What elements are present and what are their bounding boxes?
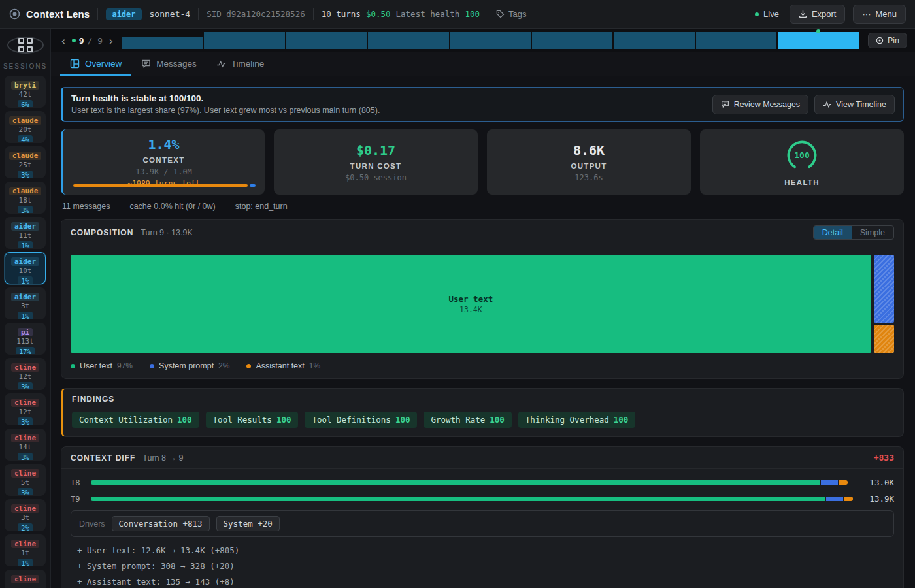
diff-row-value: 13.0K <box>860 478 894 487</box>
context-diff-delta: +833 <box>874 453 894 463</box>
next-turn-button[interactable]: › <box>107 35 116 46</box>
health-stat-card: 100 HEALTH <box>700 129 904 195</box>
tab-messages-label: Messages <box>156 59 197 69</box>
session-card[interactable]: cline 5t 3% <box>5 464 46 496</box>
session-pct-badge: 1% <box>18 559 33 566</box>
menu-button[interactable]: ··· Menu <box>853 5 906 24</box>
tab-overview[interactable]: Overview <box>60 52 131 76</box>
cache-stats: cache 0.0% hit (0r / 0w) <box>129 202 215 211</box>
finding-label: Context Utilization <box>79 415 173 425</box>
session-agent-name: cline <box>11 504 39 513</box>
composition-title: COMPOSITION <box>71 228 133 237</box>
export-button[interactable]: Export <box>790 5 846 24</box>
alert-description: User text is the largest share (97%). Us… <box>71 106 380 115</box>
treemap-system-prompt-cell[interactable] <box>874 255 894 323</box>
context-detail: 13.9K / 1.0M <box>135 167 192 176</box>
finding-badge[interactable]: Growth Rate100 <box>424 412 511 428</box>
finding-score: 100 <box>614 415 629 425</box>
context-pct-value: 1.4% <box>148 137 179 152</box>
turn-segment[interactable] <box>204 32 284 49</box>
diff-seg-user <box>91 480 820 485</box>
session-agent-name: cline <box>11 399 39 407</box>
finding-label: Thinking Overhead <box>525 415 609 425</box>
driver-chip[interactable]: System +20 <box>216 516 280 531</box>
diff-lines: + User text: 12.6K → 13.4K (+805) + Syst… <box>71 546 894 587</box>
turn-segment[interactable] <box>286 32 367 49</box>
app-title: Context Lens <box>26 8 90 20</box>
session-agent-name: claude <box>9 152 42 160</box>
session-id: SID d92a120c21528526 <box>207 9 305 19</box>
sessions-grid-icon[interactable] <box>7 37 44 54</box>
diff-seg-assistant <box>844 497 853 501</box>
health-gauge-value: 100 <box>794 150 810 160</box>
tab-timeline[interactable]: Timeline <box>207 52 274 76</box>
session-card[interactable]: bryti 42t 6% <box>5 76 46 108</box>
session-agent-name: aider <box>11 293 39 301</box>
finding-label: Tool Results <box>213 415 272 425</box>
tags-control[interactable]: Tags <box>496 9 526 19</box>
diff-line: + Assistant text: 135 → 143 (+8) <box>77 577 894 587</box>
finding-label: Growth Rate <box>431 415 485 425</box>
tag-icon <box>496 10 505 18</box>
output-label: OUTPUT <box>571 162 607 170</box>
session-card[interactable]: aider 10t 1% <box>5 252 46 284</box>
prev-turn-button[interactable]: ‹ <box>59 35 68 46</box>
driver-chip[interactable]: Conversation +813 <box>112 516 210 531</box>
session-card[interactable]: cline 12t 3% <box>5 358 46 390</box>
turn-segment[interactable] <box>696 32 776 49</box>
finding-badge[interactable]: Context Utilization100 <box>72 412 199 428</box>
turn-segment[interactable] <box>368 32 448 49</box>
review-messages-button[interactable]: Review Messages <box>712 95 808 114</box>
session-card[interactable]: cline <box>5 570 46 588</box>
session-turn-count: 20t <box>5 125 45 134</box>
session-card[interactable]: cline 12t 3% <box>5 393 46 425</box>
session-card[interactable]: claude 20t 4% <box>5 111 46 143</box>
findings-title: FINDINGS <box>72 395 114 404</box>
live-status: Live <box>755 9 779 19</box>
session-card[interactable]: claude 18t 3% <box>5 182 46 214</box>
turn-segment[interactable] <box>122 37 203 49</box>
session-agent-name: aider <box>11 257 39 266</box>
toggle-detail[interactable]: Detail <box>814 226 852 239</box>
session-card[interactable]: cline 3t 2% <box>5 499 46 531</box>
turn-segment[interactable] <box>532 32 612 49</box>
alert-title: Turn health is stable at 100/100. <box>71 93 380 103</box>
agent-badge: aider <box>106 8 141 20</box>
session-card[interactable]: claude 25t 3% <box>5 146 46 178</box>
session-agent-name: claude <box>9 116 42 125</box>
treemap-user-text-cell[interactable]: User text 13.4K <box>71 255 871 353</box>
session-card[interactable]: cline 1t 1% <box>5 534 46 566</box>
diff-seg-user <box>91 497 825 501</box>
finding-badge[interactable]: Tool Results100 <box>206 412 299 428</box>
legend-label: Assistant text <box>256 361 304 370</box>
overview-content: Turn health is stable at 100/100. User t… <box>51 76 915 588</box>
toggle-simple[interactable]: Simple <box>852 226 893 239</box>
view-tabs: Overview Messages Timeline <box>51 52 915 76</box>
session-agent-name: cline <box>11 363 39 372</box>
session-card[interactable]: pi 113t 17% <box>5 323 46 355</box>
session-list: bryti 42t 6% claude 20t 4% claude 25t 3% <box>0 76 50 588</box>
session-card[interactable]: cline 14t 3% <box>5 429 46 461</box>
pin-button[interactable]: Pin <box>868 33 907 48</box>
finding-badge[interactable]: Tool Definitions100 <box>305 412 417 428</box>
diff-line: + System prompt: 308 → 328 (+20) <box>77 561 894 571</box>
session-agent-name: claude <box>9 187 42 195</box>
turn-health-dot-icon <box>72 39 76 42</box>
tab-messages[interactable]: Messages <box>131 52 207 76</box>
session-card[interactable]: aider 3t 1% <box>5 287 46 319</box>
context-diff-title: CONTEXT DIFF <box>71 453 135 463</box>
turn-segment[interactable] <box>450 32 531 49</box>
download-icon <box>799 10 807 18</box>
diff-bar-t8 <box>91 480 853 485</box>
turn-segment[interactable] <box>778 32 858 49</box>
diff-row-value: 13.9K <box>860 494 894 504</box>
session-card[interactable]: aider 11t 1% <box>5 217 46 249</box>
timeline-icon <box>216 59 226 69</box>
health-gauge: 100 <box>785 139 819 172</box>
session-turn-count: 25t <box>5 161 45 169</box>
treemap-assistant-text-cell[interactable] <box>874 325 894 353</box>
turn-segment[interactable] <box>614 32 694 49</box>
finding-badge[interactable]: Thinking Overhead100 <box>518 412 636 428</box>
view-timeline-button[interactable]: View Timeline <box>814 95 895 114</box>
current-turn: 9 <box>79 36 84 46</box>
